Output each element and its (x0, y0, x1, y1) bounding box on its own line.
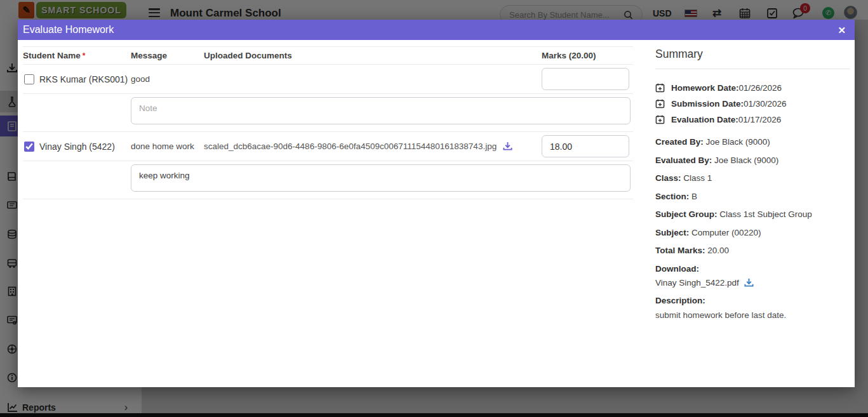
divider (655, 69, 850, 69)
modal-header: Evaluate Homework ✕ (18, 20, 855, 40)
download-icon[interactable] (744, 278, 754, 288)
created-by-line: Created By: Joe Black (9000) (655, 137, 850, 147)
note-row (23, 161, 633, 199)
download-icon[interactable] (503, 142, 512, 151)
uploaded-document: scaled_dcb6acae-90d6-4486-9806-6e0fa4509… (204, 142, 497, 151)
student-checkbox[interactable] (24, 74, 34, 84)
note-textarea[interactable] (131, 164, 631, 192)
evaluated-by-line: Evaluated By: Joe Black (9000) (655, 156, 850, 165)
student-name: RKS Kumar (RKS001) (39, 74, 128, 84)
total-marks-line: Total Marks: 20.00 (655, 246, 850, 255)
class-line: Class: Class 1 (655, 173, 850, 183)
screen: ✎ SMART SCHOOL Mount Carmel School Searc… (0, 0, 868, 417)
student-message: done home work (131, 132, 204, 161)
marks-input[interactable] (542, 135, 629, 157)
calendar-plus-icon (655, 115, 665, 124)
required-asterisk: * (83, 51, 86, 60)
student-checkbox[interactable] (24, 142, 34, 152)
submission-date-line: Submission Date:01/30/2026 (655, 99, 850, 109)
table-row: Vinay Singh (5422) done home work scaled… (23, 132, 633, 161)
evaluation-date-line: Evaluation Date: 01/17/2026 (655, 115, 850, 124)
summary-panel: Summary Homework Date:01/26/2026 Submiss… (649, 48, 850, 320)
description-label: Description: (655, 296, 850, 305)
uploaded-document (204, 65, 542, 93)
close-icon[interactable]: ✕ (838, 25, 846, 35)
table-header-row: Student Name* Message Uploaded Documents… (23, 46, 633, 65)
student-name: Vinay Singh (5422) (39, 142, 115, 152)
homework-date-line: Homework Date:01/26/2026 (655, 83, 850, 93)
note-row (23, 94, 633, 132)
marks-input[interactable] (542, 68, 629, 90)
window-bottom-edge (0, 413, 868, 417)
col-marks: Marks (20.00) (542, 47, 633, 64)
download-file-name: Vinay Singh_5422.pdf (655, 278, 739, 288)
calendar-plus-icon (655, 83, 665, 93)
section-line: Section: B (655, 192, 850, 201)
description-text: submit homework before last date. (655, 310, 850, 320)
col-student-name: Student Name* (23, 47, 131, 64)
note-textarea[interactable] (131, 97, 631, 124)
subject-group-line: Subject Group: Class 1st Subject Group (655, 209, 850, 219)
evaluation-table: Student Name* Message Uploaded Documents… (23, 46, 633, 199)
subject-line: Subject: Computer (00220) (655, 228, 850, 237)
summary-title: Summary (655, 48, 850, 61)
col-uploaded-documents: Uploaded Documents (204, 47, 542, 64)
download-file-link[interactable]: Vinay Singh_5422.pdf (655, 278, 850, 288)
table-row: RKS Kumar (RKS001) good (23, 65, 633, 94)
student-message: good (131, 65, 204, 93)
col-message: Message (131, 47, 204, 64)
evaluate-homework-modal: Evaluate Homework ✕ Student Name* Messag… (18, 20, 855, 387)
download-label: Download: (655, 264, 850, 274)
calendar-plus-icon (655, 99, 665, 109)
modal-title: Evaluate Homework (23, 24, 114, 36)
